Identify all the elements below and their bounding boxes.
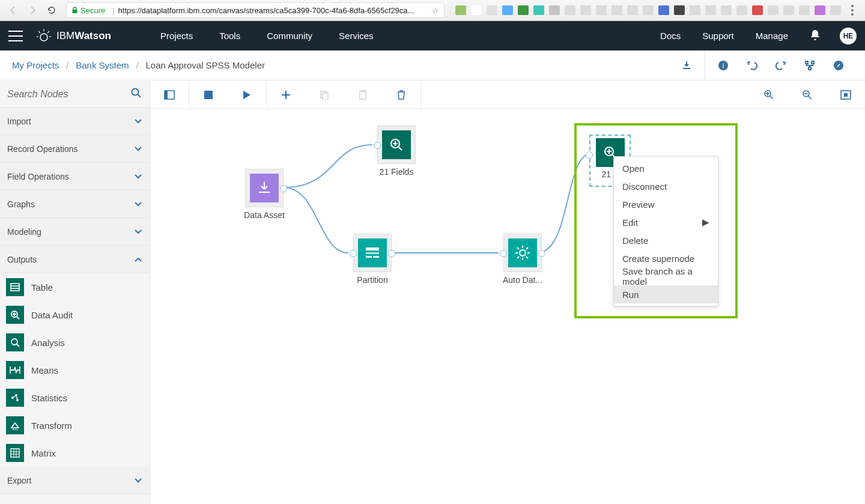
- palette-item-matrix[interactable]: Matrix: [0, 439, 150, 467]
- add-node-button[interactable]: [267, 81, 305, 108]
- extension-cors-icon[interactable]: [752, 5, 763, 15]
- undo-icon[interactable]: [738, 50, 766, 80]
- extension-fquestion-icon[interactable]: [674, 5, 685, 15]
- run-button[interactable]: [228, 81, 266, 108]
- star-icon[interactable]: ☆: [432, 6, 439, 15]
- extension-cloud-icon[interactable]: [502, 5, 513, 15]
- extension-monitor-icon[interactable]: [799, 5, 810, 15]
- extension-ex1-icon[interactable]: [690, 5, 700, 15]
- palette-cat-export[interactable]: Export: [0, 467, 150, 494]
- palette-cat-import[interactable]: Import: [0, 108, 150, 135]
- canvas[interactable]: Data Asset 21 Fields Partition Auto Da: [150, 109, 865, 504]
- nav-tools[interactable]: Tools: [219, 31, 240, 41]
- brand-logo[interactable]: IBM Watson: [36, 28, 111, 44]
- palette-item-table[interactable]: Table: [0, 273, 150, 301]
- extension-q-icon[interactable]: [627, 5, 638, 15]
- palette-item-transform[interactable]: f(x)Transform: [0, 411, 150, 439]
- nav-community[interactable]: Community: [267, 31, 312, 41]
- palette-cat-record-operations[interactable]: Record Operations: [0, 135, 150, 163]
- svg-line-42: [770, 96, 773, 99]
- extension-w-icon[interactable]: [830, 5, 841, 15]
- palette-cat-label: Field Operations: [7, 172, 69, 181]
- menu-icon[interactable]: [8, 31, 23, 41]
- copy-button[interactable]: [305, 81, 344, 108]
- extension-flag-icon[interactable]: [768, 5, 778, 15]
- palette-outputs-list: TableData AuditAnalysisMeansStatisticsf(…: [0, 273, 150, 467]
- stop-button[interactable]: [189, 81, 228, 108]
- breadcrumb-current: Loan Approval SPSS Modeler: [146, 60, 265, 70]
- palette-item-means[interactable]: Means: [0, 356, 150, 384]
- extension-ghost-icon[interactable]: [471, 5, 482, 15]
- svg-line-60: [526, 247, 528, 249]
- link-docs[interactable]: Docs: [660, 31, 681, 41]
- extension-new-icon[interactable]: [455, 5, 466, 15]
- delete-button[interactable]: [382, 81, 420, 108]
- search-nodes-input[interactable]: Search Nodes: [7, 89, 130, 100]
- extension-leaf-icon[interactable]: [596, 5, 607, 15]
- search-icon[interactable]: [130, 87, 142, 101]
- download-icon[interactable]: [672, 50, 701, 80]
- extension-beta-icon[interactable]: [518, 5, 529, 15]
- panel-toggle-button[interactable]: [150, 81, 189, 108]
- ctx-disconnect[interactable]: Disconnect: [614, 177, 718, 195]
- ctx-label: Disconnect: [622, 181, 667, 192]
- node-data-asset[interactable]: Data Asset: [240, 169, 288, 220]
- zoom-out-button[interactable]: [788, 81, 827, 108]
- bell-icon[interactable]: [810, 29, 821, 43]
- link-manage[interactable]: Manage: [756, 31, 788, 41]
- ctx-edit[interactable]: Edit▶: [614, 213, 718, 231]
- palette-item-analysis[interactable]: Analysis: [0, 329, 150, 356]
- node-21-fields[interactable]: 21 Fields: [372, 126, 420, 177]
- ctx-open[interactable]: Open: [614, 159, 718, 177]
- gear-icon: [508, 238, 537, 267]
- ctx-save-branch-as-a-model[interactable]: Save branch as a model: [614, 267, 718, 285]
- browser-reload-button[interactable]: [43, 2, 60, 18]
- palette-cat-field-operations[interactable]: Field Operations: [0, 163, 150, 190]
- breadcrumb-my-projects[interactable]: My Projects: [12, 60, 59, 70]
- nav-services[interactable]: Services: [339, 31, 374, 41]
- extension-rw-icon[interactable]: [815, 5, 825, 15]
- browser-url-bar[interactable]: Secure | https://dataplatform.ibm.com/ca…: [66, 2, 445, 18]
- browser-menu-icon[interactable]: [847, 5, 858, 16]
- palette-cat-graphs[interactable]: Graphs: [0, 190, 150, 218]
- link-support[interactable]: Support: [702, 31, 734, 41]
- audit-icon: [6, 306, 24, 324]
- ctx-run[interactable]: Run: [614, 285, 718, 303]
- browser-forward-button[interactable]: [24, 2, 41, 18]
- palette-item-statistics[interactable]: Statistics: [0, 384, 150, 411]
- ctx-preview[interactable]: Preview: [614, 195, 718, 213]
- compass-icon[interactable]: [824, 50, 853, 80]
- extension-flower-icon[interactable]: [549, 5, 560, 15]
- nav-projects[interactable]: Projects: [160, 31, 193, 41]
- extension-m-icon[interactable]: [533, 5, 544, 15]
- palette-cat-outputs[interactable]: Outputs: [0, 246, 150, 273]
- node-auto-data-prep[interactable]: Auto Dat...: [499, 234, 547, 285]
- layout-icon[interactable]: [795, 50, 824, 80]
- palette-item-data-audit[interactable]: Data Audit: [0, 301, 150, 329]
- ctx-delete[interactable]: Delete: [614, 231, 718, 249]
- paste-button[interactable]: [344, 81, 382, 108]
- extension-dot-icon[interactable]: [580, 5, 591, 15]
- info-icon[interactable]: i: [709, 50, 738, 80]
- extension-react-icon[interactable]: [705, 5, 716, 15]
- extension-target-icon[interactable]: [736, 5, 747, 15]
- extension-sq-icon[interactable]: [658, 5, 669, 15]
- extension-abp-icon[interactable]: [487, 5, 497, 15]
- url-separator: |: [112, 6, 114, 15]
- svg-rect-9: [806, 61, 808, 64]
- fit-to-screen-button[interactable]: [827, 81, 865, 108]
- breadcrumb-project[interactable]: Bank System: [76, 60, 129, 70]
- redo-icon[interactable]: [766, 50, 795, 80]
- node-partition[interactable]: Partition: [348, 234, 396, 285]
- palette-cat-modeling[interactable]: Modeling: [0, 218, 150, 246]
- divider: [705, 50, 705, 80]
- ctx-create-supernode[interactable]: Create supernode: [614, 249, 718, 267]
- extension-v-icon[interactable]: [721, 5, 732, 15]
- browser-back-button[interactable]: [5, 2, 22, 18]
- extension-half-icon[interactable]: [565, 5, 575, 15]
- extension-ring-icon[interactable]: [643, 5, 654, 15]
- extension-k-icon[interactable]: [612, 5, 622, 15]
- zoom-in-button[interactable]: [750, 81, 788, 108]
- extension-box-icon[interactable]: [783, 5, 794, 15]
- avatar[interactable]: HE: [840, 28, 857, 44]
